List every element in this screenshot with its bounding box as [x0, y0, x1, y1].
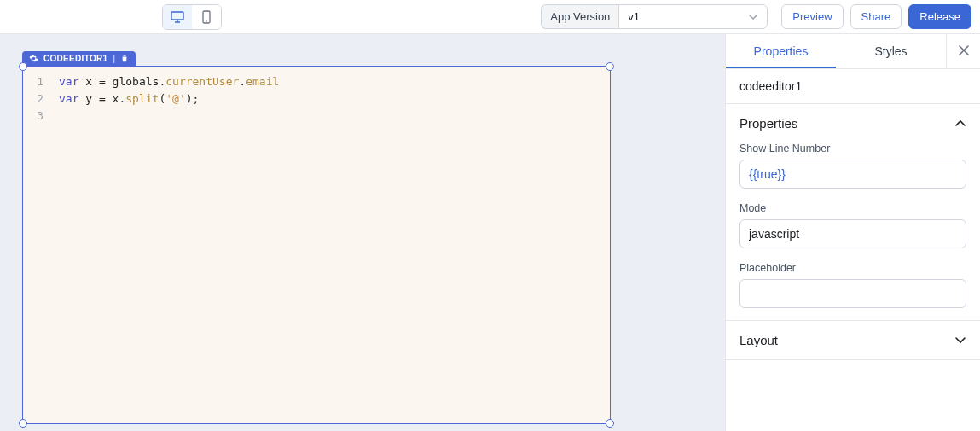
line-number: 2 [23, 90, 43, 108]
section-properties-header[interactable]: Properties [739, 116, 966, 131]
release-button[interactable]: Release [908, 4, 971, 29]
field-label: Placeholder [739, 262, 966, 274]
field-placeholder: Placeholder [739, 262, 966, 308]
resize-handle[interactable] [606, 419, 614, 428]
field-label: Mode [739, 202, 966, 214]
tab-styles[interactable]: Styles [836, 34, 946, 68]
codeeditor-widget[interactable]: CODEEDITOR1 | 1 2 3 var x = globals.curr… [22, 51, 611, 427]
mobile-view-button[interactable] [192, 5, 221, 29]
app-version-value: v1 [628, 10, 640, 23]
show-line-number-input[interactable] [739, 160, 966, 189]
widget-badge-text: CODEEDITOR1 [43, 54, 107, 63]
app-version-select[interactable]: v1 [618, 4, 768, 29]
separator: | [113, 54, 115, 63]
share-button[interactable]: Share [850, 4, 902, 29]
chevron-down-icon [748, 14, 758, 20]
svg-point-2 [206, 20, 207, 22]
gear-icon [29, 54, 38, 63]
code-line: var x = globals.currentUser.email [59, 73, 279, 90]
resize-handle[interactable] [19, 62, 27, 71]
panel-tabs: Properties Styles [726, 34, 980, 69]
tab-properties[interactable]: Properties [726, 34, 836, 68]
line-number: 3 [23, 108, 43, 125]
field-show-line-number: Show Line Number [739, 143, 966, 189]
section-layout-title: Layout [739, 333, 778, 347]
mode-input[interactable] [739, 219, 966, 248]
widget-header[interactable]: CODEEDITOR1 | [22, 51, 136, 66]
close-icon [958, 44, 970, 59]
section-properties-title: Properties [739, 116, 797, 131]
section-properties-body: Show Line Number Mode Placeholder [739, 143, 966, 308]
desktop-view-button[interactable] [163, 5, 192, 29]
code-editor[interactable]: 1 2 3 var x = globals.currentUser.email … [22, 66, 611, 424]
section-properties: Properties Show Line Number Mode Placeho… [726, 104, 980, 321]
code-area[interactable]: var x = globals.currentUser.email var y … [50, 67, 287, 423]
code-line: var y = x.split('@'); [59, 90, 279, 108]
topbar: App Version v1 Preview Share Release [0, 0, 980, 34]
app-version-control: App Version v1 [541, 4, 768, 29]
component-name: codeeditor1 [726, 69, 980, 104]
field-mode: Mode [739, 202, 966, 248]
app-version-label: App Version [541, 4, 618, 29]
close-panel-button[interactable] [946, 34, 980, 68]
preview-button[interactable]: Preview [781, 4, 843, 29]
section-layout: Layout [726, 321, 980, 360]
line-number: 1 [23, 73, 43, 90]
canvas[interactable]: CODEEDITOR1 | 1 2 3 var x = globals.curr… [0, 34, 725, 431]
inspector-panel: Properties Styles codeeditor1 Properties… [725, 34, 980, 431]
chevron-up-icon [954, 119, 966, 127]
section-layout-header[interactable]: Layout [739, 333, 966, 347]
resize-handle[interactable] [19, 419, 27, 428]
desktop-icon [171, 11, 184, 23]
top-actions: Preview Share Release [781, 4, 971, 29]
chevron-down-icon [954, 336, 966, 344]
main: CODEEDITOR1 | 1 2 3 var x = globals.curr… [0, 34, 980, 431]
mobile-icon [202, 10, 211, 24]
svg-rect-0 [171, 12, 183, 20]
view-toggle [162, 4, 222, 30]
placeholder-input[interactable] [739, 279, 966, 308]
trash-icon[interactable] [120, 54, 129, 63]
field-label: Show Line Number [739, 143, 966, 154]
resize-handle[interactable] [606, 62, 614, 71]
line-gutter: 1 2 3 [23, 67, 50, 423]
